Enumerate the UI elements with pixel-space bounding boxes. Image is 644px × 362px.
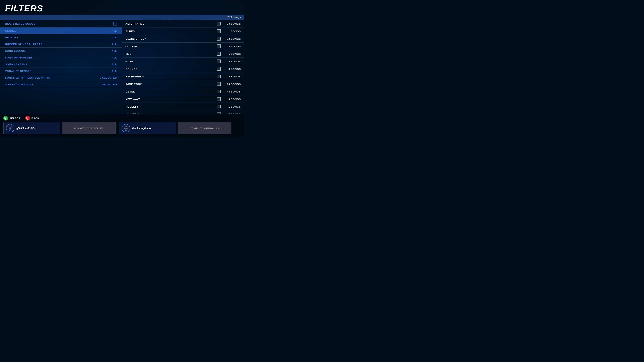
genre-indie-rock-name: INDIE ROCK bbox=[126, 83, 214, 85]
genre-glam[interactable]: GLAM 9 SONGS bbox=[122, 58, 244, 65]
player1-name: q506f5c4b11-USen bbox=[16, 127, 38, 130]
filter-song-lengths[interactable]: SONG LENGTHS ALL bbox=[0, 61, 122, 68]
player1-connect-button[interactable]: CONNECT CONTROLLER bbox=[62, 122, 116, 134]
genre-indie-rock-count: 15 SONGS bbox=[224, 83, 241, 85]
genre-metal[interactable]: METAL 45 SONGS bbox=[122, 88, 244, 95]
genre-nu-metal[interactable]: NU-METAL 7 SONGS bbox=[122, 110, 244, 114]
filter-hide-1-rated[interactable]: HIDE 1-RATED SONGS bbox=[0, 20, 122, 27]
svg-rect-5 bbox=[125, 126, 127, 129]
filter-vocalist-gender-label: VOCALIST GENDER bbox=[5, 69, 32, 72]
filter-song-difficulties-label: SONG DIFFICULTIES bbox=[5, 56, 33, 59]
player1-icon bbox=[6, 124, 14, 132]
genre-emo-count: 5 SONGS bbox=[224, 52, 241, 55]
genre-hiphop-checkbox[interactable] bbox=[217, 75, 221, 78]
genre-nu-metal-count: 7 SONGS bbox=[224, 113, 241, 114]
genre-blues[interactable]: BLUES 1 SONGS bbox=[122, 27, 244, 35]
svg-point-0 bbox=[8, 128, 11, 130]
filter-genres[interactable]: GENRES ALL bbox=[0, 27, 122, 34]
genre-grunge[interactable]: GRUNGE 8 SONGS bbox=[122, 65, 244, 73]
genre-new-wave-name: NEW WAVE bbox=[126, 98, 214, 100]
genre-glam-name: GLAM bbox=[126, 60, 214, 63]
main-container: FILTERS 269 Songs HIDE 1-RATED SONGS GEN… bbox=[0, 0, 244, 137]
genre-nu-metal-name: NU-METAL bbox=[126, 113, 214, 114]
genre-emo[interactable]: EMO 5 SONGS bbox=[122, 50, 244, 58]
content-area: HIDE 1-RATED SONGS GENRES ALL DECADES AL… bbox=[0, 20, 244, 114]
back-hint: ○ BACK bbox=[25, 116, 39, 120]
genre-novelty[interactable]: NOVELTY 1 SONGS bbox=[122, 103, 244, 110]
filter-decades[interactable]: DECADES ALL bbox=[0, 34, 122, 41]
filter-song-lengths-value: ALL bbox=[112, 63, 117, 66]
filter-decades-label: DECADES bbox=[5, 36, 18, 39]
genre-novelty-name: NOVELTY bbox=[126, 105, 214, 108]
genre-country-count: 3 SONGS bbox=[224, 45, 241, 48]
genre-hiphop-name: HIP-HOP/RAP bbox=[126, 75, 214, 78]
player2-name: OscillatingOcelo bbox=[132, 127, 150, 130]
back-hint-label: BACK bbox=[31, 117, 39, 120]
genre-classic-rock-name: CLASSIC ROCK bbox=[126, 37, 214, 40]
genre-new-wave-count: 6 SONGS bbox=[224, 98, 241, 100]
genre-classic-rock-checkbox[interactable] bbox=[217, 37, 221, 40]
genre-new-wave-checkbox[interactable] bbox=[217, 97, 221, 101]
select-hint-label: SELECT bbox=[10, 117, 20, 120]
genre-alternative-count: 38 SONGS bbox=[224, 22, 241, 25]
bottom-bar: ✕ SELECT ○ BACK bbox=[0, 114, 244, 122]
genre-blues-checkbox[interactable] bbox=[217, 29, 221, 33]
genre-emo-checkbox[interactable] bbox=[217, 52, 221, 56]
filter-hide-1-rated-label: HIDE 1-RATED SONGS bbox=[5, 22, 35, 25]
genre-glam-checkbox[interactable] bbox=[217, 59, 221, 63]
songs-count-bar: 269 Songs bbox=[0, 15, 244, 20]
genre-indie-rock-checkbox[interactable] bbox=[217, 82, 221, 86]
genre-novelty-count: 1 SONGS bbox=[224, 105, 241, 108]
filter-hide-1-rated-checkbox[interactable] bbox=[113, 22, 117, 25]
right-panel: ALTERNATIVE 38 SONGS BLUES 1 SONGS CLASS… bbox=[122, 20, 244, 114]
filter-vocalist-gender-value: ALL bbox=[112, 69, 117, 72]
genre-metal-name: METAL bbox=[126, 90, 214, 93]
genre-metal-count: 45 SONGS bbox=[224, 90, 241, 93]
genre-alternative[interactable]: ALTERNATIVE 38 SONGS bbox=[122, 20, 244, 27]
filter-song-source[interactable]: SONG SOURCE ALL bbox=[0, 48, 122, 54]
header: FILTERS bbox=[0, 0, 244, 15]
filter-freestyle-parts[interactable]: SONGS WITH FREESTYLE PARTS 0 SELECTED bbox=[0, 74, 122, 81]
genre-metal-checkbox[interactable] bbox=[217, 90, 221, 93]
filter-decades-value: ALL bbox=[112, 36, 117, 39]
filter-genres-label: GENRES bbox=[5, 29, 16, 32]
left-panel: HIDE 1-RATED SONGS GENRES ALL DECADES AL… bbox=[0, 20, 122, 114]
player2-block: OscillatingOcelo CONNECT CONTROLLER bbox=[119, 122, 233, 134]
genre-classic-rock[interactable]: CLASSIC ROCK 22 SONGS bbox=[122, 35, 244, 42]
genre-country-checkbox[interactable] bbox=[217, 44, 221, 48]
genre-alternative-checkbox[interactable] bbox=[217, 22, 221, 25]
filter-solos[interactable]: SONGS WITH SOLOS 0 SELECTED bbox=[0, 81, 122, 88]
x-button-icon: ✕ bbox=[3, 116, 8, 120]
filter-vocalist-gender[interactable]: VOCALIST GENDER ALL bbox=[0, 68, 122, 74]
genre-country[interactable]: COUNTRY 3 SONGS bbox=[122, 42, 244, 50]
filter-song-source-value: ALL bbox=[112, 49, 117, 52]
filter-freestyle-parts-value: 0 SELECTED bbox=[100, 76, 117, 79]
filter-song-difficulties[interactable]: SONG DIFFICULTIES ALL bbox=[0, 54, 122, 61]
genre-indie-rock[interactable]: INDIE ROCK 15 SONGS bbox=[122, 80, 244, 88]
genre-alternative-name: ALTERNATIVE bbox=[126, 22, 214, 25]
player1-block: q506f5c4b11-USen CONNECT CONTROLLER bbox=[3, 122, 118, 134]
filter-freestyle-parts-label: SONGS WITH FREESTYLE PARTS bbox=[5, 76, 50, 79]
page-title: FILTERS bbox=[5, 3, 239, 13]
player2-connect-button[interactable]: CONNECT CONTROLLER bbox=[178, 122, 232, 134]
genre-new-wave[interactable]: NEW WAVE 6 SONGS bbox=[122, 95, 244, 103]
svg-point-1 bbox=[9, 128, 10, 130]
filter-solos-label: SONGS WITH SOLOS bbox=[5, 83, 33, 86]
genre-blues-name: BLUES bbox=[126, 30, 214, 33]
filter-genres-value: ALL bbox=[112, 29, 117, 32]
genre-hiphop[interactable]: HIP-HOP/RAP 2 SONGS bbox=[122, 73, 244, 80]
genre-emo-name: EMO bbox=[126, 52, 214, 55]
genre-grunge-name: GRUNGE bbox=[126, 67, 214, 70]
genre-novelty-checkbox[interactable] bbox=[217, 105, 221, 108]
songs-count: 269 Songs bbox=[228, 16, 241, 18]
filter-vocal-parts[interactable]: NUMBER OF VOCAL PARTS ALL bbox=[0, 41, 122, 48]
genre-classic-rock-count: 22 SONGS bbox=[224, 37, 241, 40]
select-hint: ✕ SELECT bbox=[3, 116, 20, 120]
player2-card: OscillatingOcelo bbox=[119, 122, 176, 134]
player1-card: q506f5c4b11-USen bbox=[3, 122, 60, 134]
genre-grunge-checkbox[interactable] bbox=[217, 67, 221, 71]
x-button-inner: ✕ bbox=[4, 117, 7, 120]
genre-grunge-count: 8 SONGS bbox=[224, 67, 241, 70]
genre-blues-count: 1 SONGS bbox=[224, 30, 241, 33]
genre-nu-metal-checkbox[interactable] bbox=[217, 112, 221, 114]
